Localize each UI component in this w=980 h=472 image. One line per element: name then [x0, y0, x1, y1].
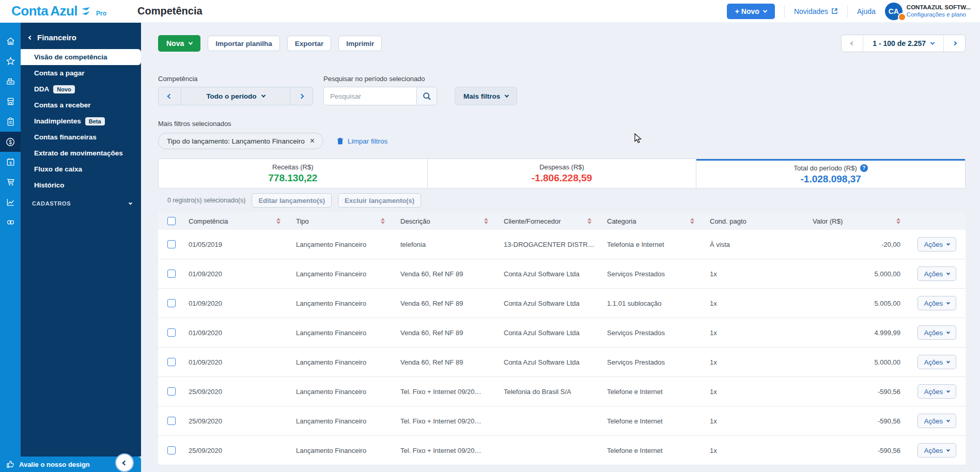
icon-rail: $ $: [0, 23, 21, 472]
chevron-left-icon: [167, 93, 173, 99]
row-checkbox[interactable]: [167, 387, 176, 396]
selected-filters: Mais filtros selecionados Tipo do lançam…: [158, 120, 966, 149]
sort-cliente[interactable]: [587, 218, 592, 224]
home-icon[interactable]: [0, 31, 21, 51]
sidebar-section-cadastros[interactable]: CADASTROS: [21, 200, 141, 207]
period-next-button[interactable]: [290, 87, 313, 105]
excluir-lancamentos-button[interactable]: Excluir lançamento(s): [338, 193, 421, 208]
mais-filtros-button[interactable]: Mais filtros: [455, 87, 517, 105]
row-actions-button[interactable]: Ações: [917, 237, 956, 251]
search-button[interactable]: [416, 87, 437, 105]
help-icon[interactable]: ?: [860, 164, 868, 172]
despesas-card[interactable]: Despesas (R$) -1.806.228,59: [428, 159, 697, 188]
chevron-down-icon: [946, 389, 950, 392]
chevron-down-icon: [930, 40, 935, 44]
table-row[interactable]: 01/09/2020 Lançamento Financeiro Venda 6…: [158, 318, 966, 348]
row-actions-button[interactable]: Ações: [917, 325, 956, 340]
sort-descricao[interactable]: [484, 218, 488, 224]
sidebar-back-financeiro[interactable]: Financeiro: [21, 23, 141, 49]
sort-valor[interactable]: [896, 218, 900, 224]
sidebar-item-extrato-de-movimentacoes[interactable]: Extrato de movimentações: [21, 145, 141, 161]
sort-competencia[interactable]: [276, 218, 281, 224]
clipboard-icon[interactable]: [0, 112, 21, 132]
table-row[interactable]: 01/09/2020 Lançamento Financeiro Venda 6…: [158, 348, 966, 377]
row-checkbox[interactable]: [167, 417, 176, 425]
row-checkbox[interactable]: [167, 240, 176, 248]
link-icon[interactable]: [0, 212, 21, 232]
receitas-card[interactable]: Receitas (R$) 778.130,22: [159, 159, 428, 188]
financeiro-dollar-icon[interactable]: $: [0, 132, 21, 152]
sidebar-item-fluxo-de-caixa[interactable]: Fluxo de caixa: [21, 161, 141, 177]
imprimir-button[interactable]: Imprimir: [338, 36, 382, 51]
period-prev-button[interactable]: [159, 87, 181, 105]
cart-icon[interactable]: [0, 172, 21, 192]
chevron-down-icon: [946, 330, 950, 334]
design-feedback-bar[interactable]: Avalie o nosso design: [0, 457, 141, 472]
total-periodo-card[interactable]: Total do período (R$)? -1.028.098,37: [696, 159, 965, 188]
store-icon[interactable]: [0, 91, 21, 112]
novidades-link[interactable]: Novidades: [794, 7, 838, 15]
ajuda-link[interactable]: Ajuda: [857, 7, 876, 15]
row-checkbox[interactable]: [167, 358, 176, 366]
chart-icon[interactable]: [0, 192, 21, 212]
cash-register-icon[interactable]: [0, 71, 21, 91]
row-actions-button[interactable]: Ações: [917, 296, 956, 310]
sidebar-item-visao-de-competencia[interactable]: Visão de competência: [21, 49, 141, 65]
chevron-down-icon: [946, 301, 950, 304]
contaazul-logo[interactable]: Conta Azul Pro: [0, 3, 129, 19]
row-checkbox[interactable]: [167, 270, 176, 278]
row-actions-button[interactable]: Ações: [917, 384, 956, 399]
sidebar-item-inadimplentes[interactable]: InadimplentesBeta: [21, 113, 141, 129]
calendar-dollar-icon[interactable]: $: [0, 152, 21, 172]
close-icon[interactable]: ×: [310, 136, 315, 146]
table-row[interactable]: 25/09/2020 Lançamento Financeiro Tel. Fi…: [158, 377, 966, 406]
filter-chip-tipo-lancamento[interactable]: Tipo do lançamento: Lançamento Financeir…: [158, 133, 323, 149]
period-dropdown[interactable]: Todo o período: [181, 87, 290, 105]
sidebar-item-dda[interactable]: DDANovo: [21, 81, 141, 97]
header-divider: [784, 5, 785, 18]
sidebar-item-historico[interactable]: Histórico: [21, 177, 141, 193]
row-actions-button[interactable]: Ações: [917, 266, 956, 281]
sidebar-item-contas-a-receber[interactable]: Contas a receber: [21, 97, 141, 113]
period-selector: Todo o período: [158, 87, 313, 105]
importar-planilha-button[interactable]: Importar planilha: [208, 36, 280, 51]
configuracoes-link[interactable]: Configurações e plano: [907, 11, 966, 18]
star-icon[interactable]: [0, 51, 21, 71]
table-row[interactable]: 01/09/2020 Lançamento Financeiro Venda 6…: [158, 259, 966, 289]
exportar-button[interactable]: Exportar: [287, 36, 332, 51]
sort-categoria[interactable]: [690, 218, 694, 224]
despesas-value: -1.806.228,59: [532, 172, 592, 184]
search-input[interactable]: [323, 87, 416, 105]
row-actions-button[interactable]: Ações: [917, 355, 956, 369]
sidebar-item-contas-financeiras[interactable]: Contas financeiras: [21, 129, 141, 145]
logo-pro-label: Pro: [96, 10, 106, 17]
chevron-down-icon: [946, 271, 950, 275]
novo-button[interactable]: + Novo: [727, 4, 775, 19]
sort-tipo[interactable]: [381, 218, 385, 224]
chevron-down-icon: [946, 448, 950, 451]
row-actions-button[interactable]: Ações: [917, 443, 956, 458]
account-menu[interactable]: CA CONTAAZUL SOFTW... Configurações e pl…: [885, 3, 971, 20]
table-row[interactable]: 25/09/2020 Lançamento Financeiro Tel. Fi…: [158, 436, 966, 465]
row-checkbox[interactable]: [167, 328, 176, 337]
collapse-sidebar-button[interactable]: [115, 453, 134, 472]
nova-button[interactable]: Nova: [158, 35, 200, 52]
row-actions-button[interactable]: Ações: [917, 414, 956, 428]
chevron-down-icon: [505, 93, 509, 97]
sidebar-item-contas-a-pagar[interactable]: Contas a pagar: [21, 65, 141, 81]
chevron-left-icon: [122, 460, 127, 465]
select-all-checkbox[interactable]: [167, 217, 176, 225]
table-row[interactable]: 25/09/2020 Lançamento Financeiro Tel. Fi…: [158, 406, 966, 436]
search-label: Pesquisar no período selecionado: [323, 75, 437, 83]
row-checkbox[interactable]: [167, 299, 176, 307]
table-row[interactable]: 01/09/2020 Lançamento Financeiro Venda 6…: [158, 289, 966, 318]
row-checkbox[interactable]: [167, 446, 176, 454]
pagination-prev-button[interactable]: [842, 35, 863, 52]
editar-lancamentos-button[interactable]: Editar lançamento(s): [252, 193, 332, 208]
limpar-filtros-link[interactable]: Limpar filtros: [337, 137, 387, 145]
table-row[interactable]: 01/05/2019 Lançamento Financeiro telefon…: [158, 230, 966, 259]
pagination-range-dropdown[interactable]: 1 - 100 de 2.257: [863, 35, 943, 52]
pagination-next-button[interactable]: [943, 35, 965, 52]
chevron-down-icon: [763, 8, 767, 12]
top-header: Conta Azul Pro Competência + Novo Novida…: [0, 0, 980, 23]
